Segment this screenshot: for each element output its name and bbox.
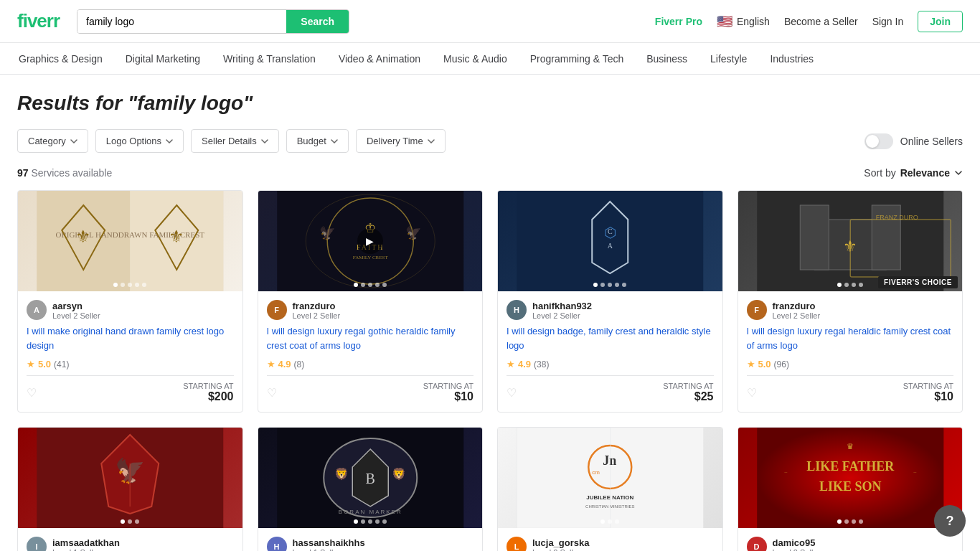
join-button[interactable]: Join <box>918 11 963 32</box>
seller-row: L lucja_gorska Level 2 Seller <box>507 537 714 551</box>
service-card[interactable]: 🦅 I iamsaadatkhan Level 1 Seller ♡ <box>17 427 243 551</box>
seller-name[interactable]: aarsyn <box>52 301 100 311</box>
favorite-button[interactable]: ♡ <box>747 386 757 400</box>
carousel-dot[interactable] <box>382 519 387 524</box>
carousel-dot[interactable] <box>121 519 125 524</box>
carousel-dot[interactable] <box>128 283 132 287</box>
filter-logo-options[interactable]: Logo Options <box>95 129 184 153</box>
carousel-dot[interactable] <box>852 519 856 524</box>
svg-text:🦅: 🦅 <box>405 225 422 241</box>
card-image: ♛ LIKE FATHER LIKE SON ~ ~ <box>738 428 963 528</box>
carousel-dot[interactable] <box>113 283 118 287</box>
search-input[interactable] <box>77 10 286 33</box>
sort-value: Relevance <box>900 167 950 179</box>
service-card[interactable]: B 🦁 🦁 BORAN MARKER H hassanshaikhhs Leve… <box>258 427 484 551</box>
favorite-button[interactable]: ♡ <box>27 386 37 400</box>
carousel-dot[interactable] <box>361 519 365 524</box>
favorite-button[interactable]: ♡ <box>507 386 517 400</box>
card-title-link[interactable]: I will design badge, family crest and he… <box>507 326 711 351</box>
carousel-dot[interactable] <box>593 283 598 287</box>
rating-row: ★ 5.0 (41) <box>27 359 234 369</box>
carousel-dot[interactable] <box>128 519 132 524</box>
filter-delivery-time[interactable]: Delivery Time <box>356 129 446 153</box>
fiverr-pro-link[interactable]: Fiverr Pro <box>655 16 702 27</box>
nav-item-industries[interactable]: Industries <box>768 43 815 75</box>
card-image-visual: B 🦁 🦁 BORAN MARKER <box>258 428 483 528</box>
logo[interactable]: fiverr <box>17 10 60 32</box>
carousel-dot[interactable] <box>859 519 863 524</box>
card-title-link[interactable]: I will make original hand drawn family c… <box>27 326 224 351</box>
carousel-dot[interactable] <box>859 283 863 287</box>
carousel-dot[interactable] <box>354 283 358 287</box>
seller-name[interactable]: hanifkhan932 <box>532 301 592 311</box>
search-bar: Search <box>77 9 349 34</box>
carousel-dot[interactable] <box>608 283 612 287</box>
nav-item-digital-marketing[interactable]: Digital Marketing <box>124 43 202 75</box>
carousel-dot[interactable] <box>135 283 139 287</box>
header: fiverr Search Fiverr Pro 🇺🇸 English Beco… <box>0 0 980 43</box>
seller-row: F franzduro Level 2 Seller <box>267 300 474 320</box>
favorite-button[interactable]: ♡ <box>267 386 277 400</box>
carousel-dot[interactable] <box>837 519 842 524</box>
carousel-dot[interactable] <box>615 519 619 524</box>
avatar: H <box>507 300 527 320</box>
sort-selector[interactable]: Sort by Relevance <box>864 167 963 179</box>
search-button[interactable]: Search <box>286 10 349 33</box>
carousel-dot[interactable] <box>608 519 612 524</box>
carousel-dot[interactable] <box>368 283 372 287</box>
nav-item-video---animation[interactable]: Video & Animation <box>337 43 422 75</box>
seller-name[interactable]: iamsaadatkhan <box>52 537 120 548</box>
seller-name[interactable]: franzduro <box>293 301 341 311</box>
carousel-dot[interactable] <box>368 519 372 524</box>
nav-item-programming---tech[interactable]: Programming & Tech <box>529 43 625 75</box>
carousel-dot[interactable] <box>622 283 626 287</box>
service-card[interactable]: ♛ LIKE FATHER LIKE SON ~ ~ D damico95 Le… <box>738 427 963 551</box>
help-button[interactable]: ? <box>934 505 966 537</box>
carousel-dot[interactable] <box>121 283 125 287</box>
seller-name[interactable]: franzduro <box>773 301 821 311</box>
sign-in-link[interactable]: Sign In <box>872 16 904 27</box>
price-value: $10 <box>454 390 473 402</box>
carousel-dot[interactable] <box>375 283 380 287</box>
filter-seller-details[interactable]: Seller Details <box>191 129 279 153</box>
carousel-dot[interactable] <box>837 283 842 287</box>
carousel-dot[interactable] <box>142 283 146 287</box>
nav-item-graphics---design[interactable]: Graphics & Design <box>17 43 104 75</box>
carousel-dot[interactable] <box>361 283 365 287</box>
nav-item-lifestyle[interactable]: Lifestyle <box>709 43 748 75</box>
card-footer: ♡ STARTING AT $25 <box>507 375 714 403</box>
nav-item-music---audio[interactable]: Music & Audio <box>442 43 509 75</box>
carousel-dot[interactable] <box>135 519 139 524</box>
nav-item-writing---translation[interactable]: Writing & Translation <box>222 43 317 75</box>
carousel-dot[interactable] <box>375 519 380 524</box>
online-sellers-toggle[interactable] <box>864 133 893 149</box>
filter-category[interactable]: Category <box>17 129 88 153</box>
card-body: A aarsyn Level 2 Seller I will make orig… <box>18 291 242 412</box>
language-selector[interactable]: 🇺🇸 English <box>717 14 770 29</box>
card-title-link[interactable]: I will design luxury regal gothic herald… <box>267 326 456 351</box>
filter-budget[interactable]: Budget <box>286 129 349 153</box>
play-button[interactable]: ▶ <box>357 228 383 254</box>
service-card[interactable]: C A ⬡ H hanifkhan932 Level 2 Seller I wi… <box>497 190 723 413</box>
card-title-link[interactable]: I will design luxury regal heraldic fami… <box>747 326 951 351</box>
service-card[interactable]: ⚜ FRANZ DURO FIVERR'S CHOICE F franzduro… <box>738 190 963 413</box>
carousel-dot[interactable] <box>852 283 856 287</box>
carousel-dot[interactable] <box>354 519 358 524</box>
become-seller-link[interactable]: Become a Seller <box>784 16 858 27</box>
carousel-dot[interactable] <box>615 283 619 287</box>
service-card[interactable]: Jn cm JUBILEE NATION CHRISTIAN MINISTRIE… <box>497 427 723 551</box>
carousel-dot[interactable] <box>844 519 849 524</box>
carousel-dot[interactable] <box>600 519 605 524</box>
service-card[interactable]: ORIGINAL HANDDRAWN FAMILY CREST ⚜ ⚜ A aa… <box>17 190 243 413</box>
seller-name[interactable]: hassanshaikhhs <box>293 537 365 548</box>
seller-info: iamsaadatkhan Level 1 Seller <box>52 537 120 552</box>
nav-item-business[interactable]: Business <box>645 43 689 75</box>
card-image-visual: 🦅 <box>18 428 242 528</box>
seller-name[interactable]: damico95 <box>773 537 821 548</box>
seller-name[interactable]: lucja_gorska <box>532 537 590 548</box>
carousel-dot[interactable] <box>382 283 387 287</box>
card-footer: ♡ STARTING AT $10 <box>267 375 474 403</box>
carousel-dot[interactable] <box>600 283 605 287</box>
service-card[interactable]: ♔ FAITH FAMILY CREST 🦅 🦅 ▶ F franzduro L… <box>258 190 484 413</box>
carousel-dot[interactable] <box>844 283 849 287</box>
